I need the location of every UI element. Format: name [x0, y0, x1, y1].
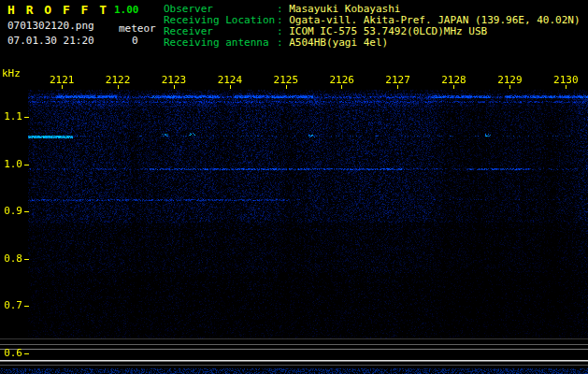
- meteor-counter-label: meteor: [119, 23, 156, 35]
- station-info: Observer: Masayuki KobayashiReceiving Lo…: [164, 4, 581, 49]
- y-tick-label: 0.8: [2, 253, 22, 265]
- x-tick-label: 2129: [497, 75, 523, 86]
- info-value: A504HB(yagi 4el): [289, 36, 388, 49]
- info-label: Receiving antenna: [164, 37, 277, 49]
- x-tick-label: 2124: [218, 75, 243, 86]
- y-tick-label: 0.6: [2, 348, 22, 359]
- x-tick-label: 2121: [50, 75, 75, 86]
- x-tick-label: 2126: [329, 75, 354, 86]
- hrofft-window: H R O F F T 1.00 0701302120.png meteor 0…: [0, 0, 588, 374]
- output-filename: 0701302120.png: [7, 21, 94, 32]
- spectrogram-canvas: [0, 65, 588, 374]
- y-tick-label: 1.0: [2, 159, 22, 170]
- x-tick-label: 2125: [274, 75, 299, 86]
- app-title: H R O F F T: [7, 4, 108, 17]
- app-version: 1.00: [114, 5, 139, 16]
- y-tick-label: 1.1: [2, 111, 22, 122]
- y-tick-label: 0.9: [2, 206, 22, 217]
- x-tick-label: 2130: [553, 75, 579, 86]
- x-tick-label: 2128: [441, 75, 466, 86]
- info-row-receiving-antenna: Receiving antenna: A504HB(yagi 4el): [164, 37, 581, 49]
- y-tick-label: 0.7: [2, 300, 22, 311]
- x-tick-label: 2127: [385, 75, 410, 86]
- y-axis-unit-label: kHz: [2, 68, 21, 79]
- info-colon: :: [277, 36, 289, 49]
- x-tick-label: 2122: [106, 75, 131, 86]
- timestamp: 07.01.30 21:20: [7, 36, 94, 47]
- x-tick-label: 2123: [162, 75, 187, 86]
- meteor-counter-value: 0: [132, 36, 138, 47]
